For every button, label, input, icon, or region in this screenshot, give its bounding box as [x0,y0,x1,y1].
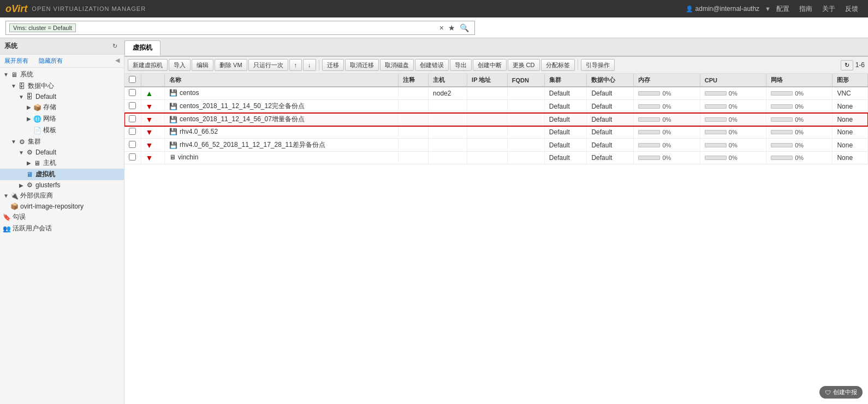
th-ip[interactable]: IP 地址 [467,74,508,87]
toggle-hosts[interactable]: ▶ [25,159,33,167]
cancel-migrate-button[interactable]: 取消迁移 [345,59,379,71]
status-down-icon: ▼ [146,128,153,136]
th-network[interactable]: 网络 [766,74,833,87]
toggle-cluster-group[interactable]: ▼ [10,138,17,146]
sidebar-item-bookmarks[interactable]: 🔖 勾误 [0,211,124,223]
toggle-network[interactable]: ▶ [25,115,33,123]
collapse-all-link[interactable]: 隐藏所有 [39,57,63,65]
table-row[interactable]: ▲ 💾 centos node2 Default Default 0% 0% [124,87,868,100]
cancel-disk-button[interactable]: 取消磁盘 [380,59,414,71]
row-checkbox[interactable] [129,141,136,148]
th-display[interactable]: 图形 [833,74,868,87]
row-checkbox-cell[interactable] [124,126,141,139]
toggle-storage[interactable]: ▶ [25,104,33,111]
th-host[interactable]: 主机 [429,74,467,87]
edit-button[interactable]: 编辑 [192,59,213,71]
sidebar-actions: ↻ [110,42,120,50]
migrate-button[interactable]: 迁移 [322,59,344,71]
refresh-button[interactable]: ↻ [841,60,853,70]
row-checkbox-cell[interactable] [124,100,141,113]
th-cluster[interactable]: 集群 [544,74,587,87]
create-snapshot-button[interactable]: 创建错误 [415,59,449,71]
th-status[interactable] [141,74,165,87]
th-fqdn[interactable]: FQDN [507,74,544,87]
external-icon: 🔌 [10,192,19,200]
row-checkbox[interactable] [129,115,136,122]
sidebar-refresh-button[interactable]: ↻ [110,42,120,50]
sidebar-item-ovirt-repo[interactable]: 📦 ovirt-image-repository [0,201,124,211]
create-template-button[interactable]: 创建中断 [473,59,507,71]
sidebar-toggle-icon[interactable]: ◀ [115,57,120,65]
sidebar-item-external[interactable]: ▼ 🔌 外部供应商 [0,190,124,201]
table-row[interactable]: ▼ 🖥 vinchin Default Default 0% 0% [124,152,868,164]
row-checkbox[interactable] [129,102,136,109]
sidebar-item-default-cluster[interactable]: ▼ ⚙ Default [0,147,124,157]
table-row[interactable]: ▼ 💾 rhv4.0_66.52 Default Default 0% 0% [124,126,868,139]
run-once-button[interactable]: 只运行一次 [248,59,288,71]
glusterfs-icon: ⚙ [25,181,34,189]
toggle-datacenter[interactable]: ▼ [10,82,17,90]
assign-tag-button[interactable]: 分配标签 [541,59,575,71]
select-all-checkbox[interactable] [129,76,136,83]
th-checkbox[interactable] [124,74,141,87]
sidebar-item-user-sessions[interactable]: 👥 活跃用户会话 [0,223,124,234]
sidebar-item-glusterfs[interactable]: ▶ ⚙ glusterfs [0,180,124,190]
th-cpu[interactable]: CPU [700,74,766,87]
th-memory[interactable]: 内存 [634,74,700,87]
down-button[interactable]: ↓ [303,59,316,71]
sidebar-item-system[interactable]: ▼ 🖥 系统 [0,69,124,80]
toggle-default-dc[interactable]: ▼ [17,93,25,100]
search-bookmark-button[interactable]: ★ [446,22,457,33]
toggle-external[interactable]: ▼ [2,192,10,200]
up-button[interactable]: ↑ [289,59,302,71]
boot-action-button[interactable]: 引导操作 [581,59,615,71]
toggle-glusterfs[interactable]: ▶ [17,181,25,189]
row-name: centos_2018_11_12_14_50_12完全备份点 [180,102,305,111]
row-name: centos_2018_11_12_14_56_07增量备份点 [180,115,305,124]
sidebar-item-datacenter[interactable]: ▼ 🗄 数据中心 [0,80,124,92]
row-checkbox[interactable] [129,128,136,135]
new-vm-button[interactable]: 新建虚拟机 [128,59,168,71]
delete-vm-button[interactable]: 删除 VM [215,59,247,71]
sidebar-item-storage[interactable]: ▶ 📦 存储 [0,102,124,113]
feedback-button[interactable]: 反馈 [841,2,863,16]
row-fqdn [507,100,544,113]
th-datacenter[interactable]: 数据中心 [587,74,634,87]
guide-button[interactable]: 指南 [795,2,817,16]
export-button[interactable]: 导出 [450,59,472,71]
storage-icon: 📦 [33,104,41,111]
th-name[interactable]: 名称 [165,74,399,87]
search-input[interactable] [76,24,437,32]
sidebar-item-default-dc[interactable]: ▼ 🗄 Default [0,92,124,102]
table-row[interactable]: ▼ 💾 centos_2018_11_12_14_50_12完全备份点 Defa… [124,100,868,113]
sidebar-item-hosts[interactable]: ▶ 🖥 主机 [0,157,124,169]
search-submit-button[interactable]: 🔍 [457,22,471,33]
sidebar-item-vms[interactable]: 🖥 虚拟机 [0,169,124,180]
sidebar-item-cluster-group[interactable]: ▼ ⚙ 集群 [0,136,124,147]
expand-all-link[interactable]: 展开所有 [4,57,28,65]
search-clear-button[interactable]: × [437,22,446,33]
change-cd-button[interactable]: 更换 CD [508,59,540,71]
sidebar-item-template[interactable]: 📄 模板 [0,124,124,136]
import-button[interactable]: 导入 [169,59,191,71]
toggle-system[interactable]: ▼ [2,71,10,79]
config-button[interactable]: 配置 [772,2,794,16]
tab-vms[interactable]: 虚拟机 [124,40,160,56]
row-checkbox[interactable] [129,153,136,161]
table-row[interactable]: ▼ 💾 centos_2018_11_12_14_56_07增量备份点 Defa… [124,113,868,126]
sidebar-label-vms: 虚拟机 [35,170,55,179]
toolbar: 新建虚拟机 导入 编辑 删除 VM 只运行一次 ↑ ↓ 迁移 取消迁移 取消磁盘… [124,57,868,74]
header-user[interactable]: admin@internal-authz [681,5,764,13]
table-row[interactable]: ▼ 💾 rhv4.0_66_52_2018_11_12_17_28_11差异备份… [124,139,868,152]
row-checkbox-cell[interactable] [124,113,141,126]
row-checkbox-cell[interactable] [124,87,141,100]
row-host [429,139,467,152]
row-checkbox-cell[interactable] [124,139,141,152]
toggle-default-cluster[interactable]: ▼ [17,148,25,156]
row-display: None [833,139,868,152]
row-checkbox-cell[interactable] [124,152,141,164]
about-button[interactable]: 关于 [818,2,840,16]
sidebar-item-network[interactable]: ▶ 🌐 网络 [0,113,124,124]
row-checkbox[interactable] [129,89,136,96]
th-comment[interactable]: 注释 [399,74,429,87]
